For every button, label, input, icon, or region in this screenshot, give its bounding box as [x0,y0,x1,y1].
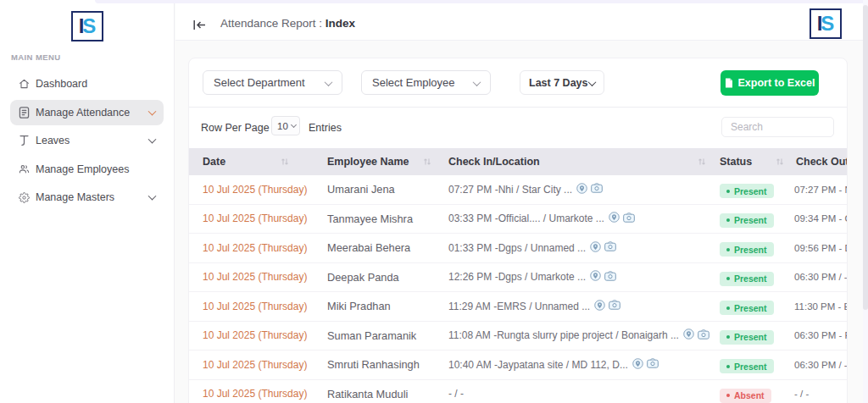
select-employee[interactable]: Select Employee [361,70,491,95]
column-header-check-out[interactable]: Check Out/Location [787,156,848,168]
search-input[interactable] [721,117,834,137]
cell-employee-name: Smruti Ranhasingh [313,358,435,371]
cell-check-out: 06:30 PM - F [787,330,848,340]
sidebar-item-dashboard[interactable]: Dashboard [10,71,164,97]
chevron-down-icon [291,122,297,128]
cell-check-in: 12:26 PM -Dgps / Umarkote ... [435,270,711,284]
camera-icon[interactable] [609,300,620,312]
sidebar-item-manage-attendance[interactable]: Manage Attendance [10,100,164,125]
cell-employee-name: Miki Pradhan [313,300,435,312]
header-logo: IS [810,8,842,39]
cell-check-in: 01:33 PM -Dgps / Unnamed ... [435,241,711,255]
cell-status: Absent [711,385,787,403]
masters-icon [19,191,30,203]
sidebar-menu: Dashboard Manage Attendance Leaves Manag… [10,71,164,213]
cell-employee-name: Umarani Jena [313,183,435,196]
status-badge: Absent [720,389,771,403]
cell-employee-name: Ratikanta Muduli [313,388,435,400]
chevron-down-icon [325,78,333,86]
cell-date: 10 Jul 2025 (Thursday) [189,271,313,283]
status-badge: Present [720,272,774,286]
cell-date: 10 Jul 2025 (Thursday) [189,359,313,371]
sidebar-logo[interactable]: IS [71,11,103,41]
scrollbar-thumb[interactable] [863,5,868,310]
row-per-page-select[interactable]: 10 [271,116,300,135]
export-to-excel-button[interactable]: Export to Excel [721,70,819,96]
sort-icon [698,157,706,168]
collapse-sidebar-icon[interactable] [193,19,206,33]
cell-check-out: 11:30 PM - E [787,301,848,312]
cell-check-out: 06:30 PM / - [787,272,848,282]
main-menu-label: MAIN MENU [11,52,61,62]
sidebar-item-leaves[interactable]: Leaves [10,128,164,153]
cell-check-in: - / - [435,388,711,400]
sidebar-item-manage-masters[interactable]: Manage Masters [10,185,164,210]
attendance-icon [19,107,30,119]
location-pin-icon[interactable] [590,241,601,255]
status-badge: Present [720,330,774,345]
cell-status: Present [711,327,787,345]
table-row: 10 Jul 2025 (Thursday) Suman Paramanik 1… [189,322,848,351]
filters-bar: Select Department Select Employee Last 7… [189,58,847,108]
camera-icon[interactable] [623,213,635,225]
location-pin-icon[interactable] [590,270,601,284]
top-strip [95,0,868,3]
table-row: 10 Jul 2025 (Thursday) Tanmayee Mishra 0… [189,205,848,235]
cell-check-in: 03:33 PM -Official.... / Umarkote ... [435,212,711,225]
date-range-select[interactable]: Last 7 Days [520,70,604,95]
location-pin-icon[interactable] [683,328,694,342]
cell-date: 10 Jul 2025 (Thursday) [189,184,313,196]
table-row: 10 Jul 2025 (Thursday) Meerabai Behera 0… [189,234,848,263]
location-pin-icon[interactable] [576,183,587,196]
cell-check-in: 11:29 AM -EMRS / Unnamed ... [435,300,711,313]
cell-check-in: 10:40 AM -Jaypatana site / MD 112, D... [435,358,711,372]
page-title: Attendance Report : Index [220,17,355,30]
chevron-down-icon [473,78,481,86]
cell-check-in: 11:08 AM -Rungta slurry pipe project / B… [435,328,711,342]
column-header-employee-name[interactable]: Employee Name [313,156,435,168]
status-badge: Present [720,242,774,257]
sidebar-item-label: Manage Employees [36,163,129,175]
cell-employee-name: Deepak Panda [313,271,435,284]
chevron-down-icon [148,192,157,201]
chevron-down-icon [588,78,597,86]
sidebar-item-label: Manage Masters [36,191,114,203]
cell-employee-name: Tanmayee Mishra [313,213,435,225]
column-header-date[interactable]: Date [189,156,313,168]
cell-employee-name: Meerabai Behera [313,241,435,254]
table-row: 10 Jul 2025 (Thursday) Ratikanta Muduli … [189,380,848,403]
scrollbar-track[interactable] [863,0,868,403]
camera-icon[interactable] [604,271,616,284]
sort-icon [281,157,289,168]
location-pin-icon[interactable] [594,300,605,313]
cell-check-out: 09:56 PM - D [787,243,848,253]
camera-icon[interactable] [647,358,659,371]
sidebar-item-label: Manage Attendance [36,107,130,119]
cell-check-out: 06:30 PM / - [787,360,848,370]
camera-icon[interactable] [591,183,603,196]
select-department[interactable]: Select Department [203,70,342,95]
sidebar-item-label: Dashboard [36,78,87,90]
content-area: Select Department Select Employee Last 7… [175,41,868,403]
sort-icon [776,157,784,168]
cell-date: 10 Jul 2025 (Thursday) [189,301,313,312]
chevron-down-icon [148,107,157,115]
column-header-check-in[interactable]: Check In/Location [435,156,711,168]
report-card: Select Department Select Employee Last 7… [188,58,848,403]
cell-status: Present [711,181,787,199]
location-pin-icon[interactable] [632,358,643,372]
cell-check-out: 07:27 PM - N [787,185,848,195]
cell-status: Present [711,356,787,374]
column-header-status[interactable]: Status [711,156,787,168]
sidebar-item-manage-employees[interactable]: Manage Employees [10,157,164,182]
cell-status: Present [711,210,787,228]
cell-status: Present [711,268,787,286]
cell-date: 10 Jul 2025 (Thursday) [189,213,313,224]
camera-icon[interactable] [698,329,709,342]
cell-date: 10 Jul 2025 (Thursday) [189,388,313,400]
camera-icon[interactable] [604,241,616,254]
location-pin-icon[interactable] [609,212,620,225]
chevron-down-icon [148,135,157,144]
cell-date: 10 Jul 2025 (Thursday) [189,329,313,341]
sidebar: IS MAIN MENU Dashboard Manage Attendance… [0,0,175,403]
